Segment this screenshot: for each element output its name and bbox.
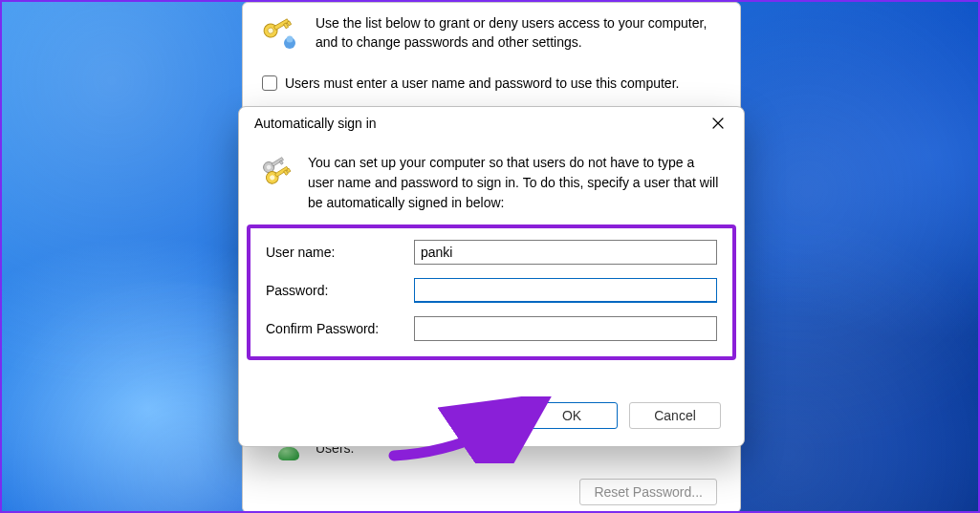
close-button[interactable] <box>700 110 736 137</box>
password-label: Password: <box>266 283 414 298</box>
password-input[interactable] <box>414 278 717 303</box>
keys-icon <box>260 153 294 191</box>
confirm-password-input[interactable] <box>414 316 717 341</box>
dialog-title: Automatically sign in <box>254 116 377 131</box>
require-credentials-checkbox[interactable] <box>262 75 277 91</box>
auto-signin-dialog: Automatically sign in <box>238 106 745 447</box>
svg-rect-10 <box>279 160 283 164</box>
username-input[interactable] <box>414 240 717 265</box>
confirm-password-label: Confirm Password: <box>266 321 414 336</box>
cancel-button[interactable]: Cancel <box>629 402 721 429</box>
svg-point-6 <box>287 36 294 43</box>
ok-button[interactable]: OK <box>526 402 618 429</box>
dialog-info-text: You can set up your computer so that use… <box>308 153 723 213</box>
user-accounts-description: Use the list below to grant or deny user… <box>316 11 721 53</box>
keys-users-icon <box>262 14 300 53</box>
username-label: User name: <box>266 245 414 260</box>
require-credentials-label: Users must enter a user name and passwor… <box>285 75 679 91</box>
credentials-form-highlight: User name: Password: Confirm Password: <box>247 224 736 360</box>
reset-password-button[interactable]: Reset Password... <box>579 479 717 505</box>
close-icon <box>712 118 724 129</box>
